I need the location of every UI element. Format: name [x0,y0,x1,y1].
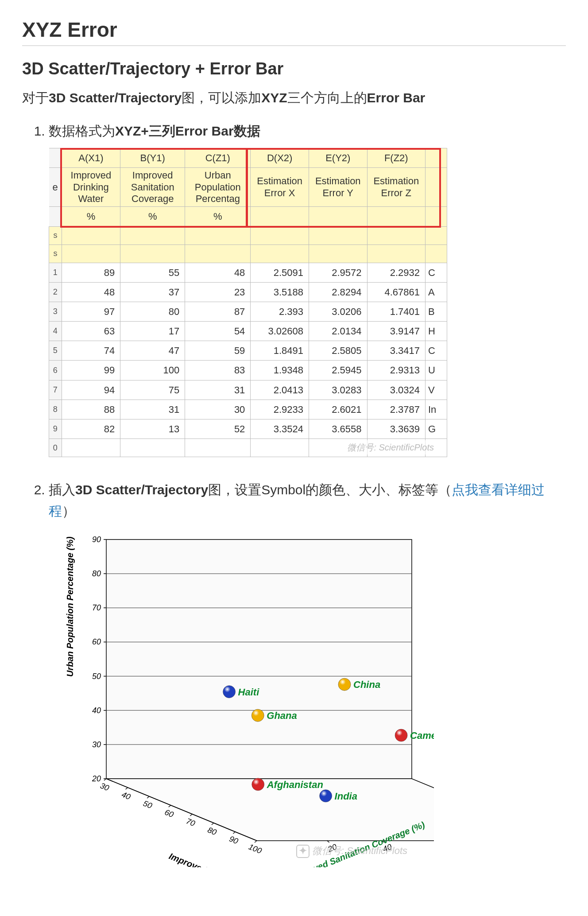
watermark: 微信号: ScientificPlots [347,440,434,454]
svg-text:80: 80 [206,826,218,837]
svg-text:60: 60 [163,808,175,819]
svg-line-33 [169,805,171,807]
svg-marker-0 [106,540,412,779]
point-label: Ghana [267,710,297,721]
svg-text:80: 80 [92,569,101,578]
table-row: 699100831.93482.59452.9313U [49,361,447,380]
scatter-point [251,709,264,722]
svg-text:Urban Population Percentage (%: Urban Population Percentage (%) [65,536,75,677]
svg-text:20: 20 [92,774,101,783]
svg-text:50: 50 [142,799,153,811]
chart-watermark: ✦微信号: ScientificPlots [296,843,407,858]
data-sheet: A(X1)B(Y1)C(Z1)D(X2)E(Y2)F(Z2) eImproved… [49,148,447,457]
table-row: 46317543.026082.01343.9147H [49,322,447,341]
page-title: XYZ Error [22,18,566,46]
point-label: Haiti [238,687,260,698]
svg-text:50: 50 [92,672,101,681]
svg-line-31 [147,796,149,798]
svg-line-41 [255,841,257,842]
point-label: Afghanistan [267,779,323,790]
scatter-point [320,790,332,802]
scatter-3d-chart: 2030405060708090304050607080901002040608… [49,531,434,867]
point-label: China [353,679,380,690]
table-row: 98213523.35243.65583.3639G [49,419,447,439]
svg-text:30: 30 [92,740,101,749]
table-row: 39780872.3933.02061.7401B [49,302,447,321]
svg-text:100: 100 [248,842,263,856]
step-2: 插入3D Scatter/Trajectory图，设置Symbol的颜色、大小、… [49,479,566,867]
section-title: 3D Scatter/Trajectory + Error Bar [22,59,566,78]
svg-text:60: 60 [92,638,101,647]
scatter-point [223,686,236,698]
wechat-icon: ✦ [296,845,309,858]
table-row: 57447591.84912.58053.3417C [49,341,447,361]
svg-text:40: 40 [92,706,101,715]
svg-text:40: 40 [120,790,132,802]
svg-line-35 [190,814,192,816]
svg-text:90: 90 [228,834,240,846]
svg-text:70: 70 [185,817,197,828]
point-label: India [335,791,357,802]
scatter-point [252,778,264,791]
svg-line-39 [233,832,235,834]
table-row: 88831302.92332.60212.3787In [49,400,447,419]
table-row: 18955482.50912.95722.2932C [49,263,447,282]
intro-paragraph: 对于3D Scatter/Trajectory图，可以添加XYZ三个方向上的Er… [22,89,566,107]
table-row: 24837233.51882.82944.67861A [49,282,447,302]
svg-line-37 [212,823,214,825]
step-1: 数据格式为XYZ+三列Error Bar数据 A(X1)B(Y1)C(Z1)D(… [49,120,566,457]
table-row: 79475312.04133.02833.0324V [49,380,447,400]
svg-text:90: 90 [92,535,101,544]
scatter-point [395,729,407,741]
svg-line-29 [126,788,128,789]
svg-text:70: 70 [92,604,101,613]
point-label: Cameroon [410,730,434,741]
scatter-point [338,678,351,691]
